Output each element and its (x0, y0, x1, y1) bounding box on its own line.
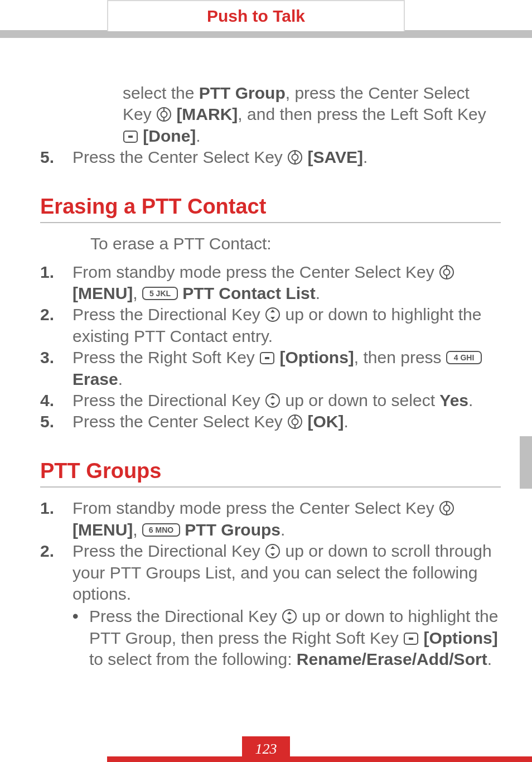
key-4-ghi-icon: 4 GHI (446, 350, 482, 365)
text: Press the Directional Key (72, 391, 265, 409)
text: . (196, 127, 200, 145)
text: . (363, 148, 367, 166)
text: . (118, 370, 123, 388)
step-number: 5. (40, 147, 54, 168)
right-soft-key-icon (259, 351, 275, 365)
text: Press the Directional Key (72, 542, 265, 560)
text: From standby mode press the Center Selec… (72, 499, 439, 517)
directional-key-icon (265, 543, 280, 559)
text: Press the Directional Key (72, 305, 265, 324)
pre-steps-list: 5. Press the Center Select Key [SAVE]. (40, 147, 501, 168)
step-number: 3. (40, 347, 54, 368)
page-number: 123 (242, 736, 290, 762)
label-done: [Done] (143, 127, 196, 145)
label-ptt-contact-list: PTT Contact List (182, 284, 315, 302)
step-number: 5. (40, 411, 54, 432)
center-select-key-icon (287, 149, 303, 165)
text: Press the Directional Key (89, 607, 282, 625)
label-options: [Options] (280, 348, 354, 366)
label-mark: [MARK] (176, 105, 238, 123)
label-ptt-groups: PTT Groups (185, 520, 280, 539)
step-3: 3. Press the Right Soft Key [Options], t… (40, 347, 501, 390)
page-header: Push to Talk (0, 0, 532, 41)
page-content: select the PTT Group, press the Center S… (0, 41, 532, 670)
key-6-mno-icon: 6 MNO (142, 522, 180, 538)
text: Press the Center Select Key (72, 412, 287, 431)
svg-text:4 GHI: 4 GHI (454, 353, 475, 362)
step-number: 1. (40, 262, 54, 283)
step-number: 4. (40, 390, 54, 411)
text: select the (123, 84, 199, 102)
text: . (487, 650, 492, 668)
heading-erasing-ptt-contact: Erasing a PTT Contact (40, 193, 501, 224)
step-4: 4. Press the Directional Key up or down … (40, 390, 501, 411)
label-ok: [OK] (308, 412, 344, 431)
text: , (133, 520, 142, 539)
center-select-key-icon (439, 500, 454, 516)
continued-step: select the PTT Group, press the Center S… (90, 83, 501, 147)
step-5: 5. Press the Center Select Key [OK]. (40, 411, 501, 432)
label-menu: [MENU] (72, 520, 133, 539)
text: Press the Right Soft Key (72, 348, 259, 366)
chapter-tab: Push to Talk (107, 0, 405, 31)
center-select-key-icon (439, 264, 454, 280)
page-footer: 123 (0, 732, 532, 762)
center-select-key-icon (156, 107, 172, 122)
text: up or down to select (280, 391, 439, 409)
key-5-jkl-icon: 5 JKL (142, 286, 178, 301)
step-5-pre: 5. Press the Center Select Key [SAVE]. (40, 147, 501, 168)
step-1: 1. From standby mode press the Center Se… (40, 498, 501, 541)
section1-intro: To erase a PTT Contact: (90, 233, 501, 254)
text: . (280, 520, 285, 539)
text: , (133, 284, 142, 302)
label-erase: Erase (72, 370, 118, 388)
directional-key-icon (282, 609, 297, 624)
text: , then press (354, 348, 446, 366)
thumb-index-tab (520, 436, 532, 489)
text: Press the Center Select Key (72, 148, 287, 166)
header-rule (0, 30, 532, 38)
text: , and then press the Left Soft Key (238, 105, 486, 123)
directional-key-icon (265, 307, 280, 322)
svg-text:6 MNO: 6 MNO (149, 525, 173, 534)
bullet-item: Press the Directional Key up or down to … (72, 606, 501, 670)
step-number: 2. (40, 304, 54, 325)
section1-steps: 1. From standby mode press the Center Se… (40, 262, 501, 433)
directional-key-icon (265, 393, 280, 408)
footer-rule (107, 756, 532, 762)
text: to select from the following: (89, 650, 297, 668)
step-2: 2. Press the Directional Key up or down … (40, 304, 501, 347)
label-yes: Yes (439, 391, 468, 409)
left-soft-key-icon (123, 129, 138, 144)
step-1: 1. From standby mode press the Center Se… (40, 262, 501, 305)
text: . (344, 412, 349, 431)
label-ptt-group: PTT Group (199, 84, 286, 102)
heading-ptt-groups: PTT Groups (40, 457, 501, 488)
label-save: [SAVE] (308, 148, 363, 166)
svg-text:5 JKL: 5 JKL (149, 289, 171, 298)
text: . (468, 391, 473, 409)
text: From standby mode press the Center Selec… (72, 263, 439, 281)
label-menu: [MENU] (72, 284, 133, 302)
step-number: 1. (40, 498, 54, 519)
center-select-key-icon (287, 414, 303, 430)
step-number: 2. (40, 541, 54, 562)
label-options: [Options] (423, 629, 497, 647)
right-soft-key-icon (403, 631, 419, 646)
step-2: 2. Press the Directional Key up or down … (40, 541, 501, 670)
section2-steps: 1. From standby mode press the Center Se… (40, 498, 501, 670)
label-rename-erase-add-sort: Rename/Erase/Add/Sort (297, 650, 487, 668)
text: . (316, 284, 320, 302)
